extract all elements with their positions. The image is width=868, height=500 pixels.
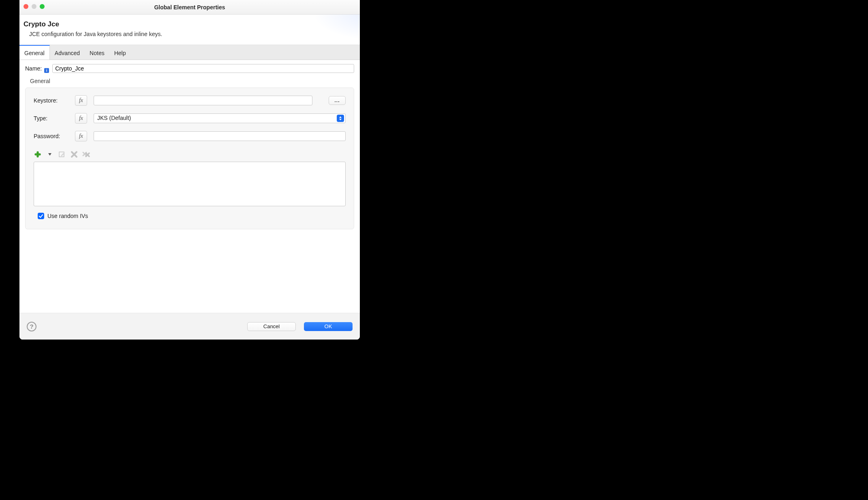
delete-all-button[interactable] (82, 150, 90, 158)
random-ivs-row: Use random IVs (38, 213, 346, 219)
svg-rect-1 (35, 154, 41, 155)
minimize-window-button[interactable] (32, 4, 36, 9)
type-select[interactable]: JKS (Default) (94, 113, 346, 123)
fx-button-password[interactable]: fx (75, 131, 87, 141)
delete-icon (71, 151, 78, 158)
type-label: Type: (34, 115, 70, 122)
add-dropdown-button[interactable] (46, 150, 54, 158)
tab-advanced[interactable]: Advanced (50, 45, 85, 60)
password-input[interactable] (94, 131, 346, 141)
keystore-input[interactable] (94, 96, 312, 105)
tab-notes[interactable]: Notes (85, 45, 109, 60)
config-title: Crypto Jce (24, 20, 353, 28)
tab-content: Name: i General Keystore: fx ... Type: f… (19, 60, 360, 313)
random-ivs-label: Use random IVs (47, 213, 88, 219)
window-title: Global Element Properties (154, 4, 225, 11)
tab-help[interactable]: Help (109, 45, 131, 60)
name-label: Name: (25, 65, 42, 72)
dialog-window: Global Element Properties Crypto Jce JCE… (19, 0, 360, 340)
name-row: Name: i (19, 60, 360, 75)
keystore-label: Keystore: (34, 97, 70, 104)
fx-button-keystore[interactable]: fx (75, 95, 87, 106)
password-row: Password: fx (34, 131, 346, 141)
delete-all-icon (82, 151, 90, 158)
dialog-header: Crypto Jce JCE configuration for Java ke… (19, 15, 360, 45)
titlebar: Global Element Properties (19, 0, 360, 15)
help-icon: ? (30, 323, 33, 330)
tabbar: General Advanced Notes Help (19, 45, 360, 60)
items-list[interactable] (34, 162, 346, 206)
close-window-button[interactable] (24, 4, 28, 9)
delete-item-button[interactable] (70, 150, 78, 158)
help-button[interactable]: ? (27, 322, 36, 331)
edit-item-button[interactable] (58, 150, 66, 158)
general-group: Keystore: fx ... Type: fx JKS (Default) … (25, 88, 354, 229)
fx-button-type[interactable]: fx (75, 113, 87, 124)
type-select-wrap: JKS (Default) (94, 113, 346, 123)
browse-keystore-button[interactable]: ... (329, 96, 346, 105)
edit-icon (58, 151, 66, 158)
type-row: Type: fx JKS (Default) (34, 113, 346, 124)
dialog-footer: ? Cancel OK (19, 313, 360, 340)
info-icon: i (44, 68, 49, 73)
password-label: Password: (34, 133, 70, 139)
svg-marker-2 (48, 153, 51, 156)
keystore-row: Keystore: fx ... (34, 95, 346, 106)
cancel-button[interactable]: Cancel (247, 322, 296, 331)
config-subtitle: JCE configuration for Java keystores and… (29, 31, 353, 37)
plus-icon (34, 151, 41, 158)
footer-buttons: Cancel OK (247, 322, 353, 331)
ok-button[interactable]: OK (304, 322, 353, 331)
name-input[interactable] (52, 64, 354, 73)
tab-general[interactable]: General (19, 45, 50, 60)
section-general-label: General (19, 75, 360, 86)
zoom-window-button[interactable] (40, 4, 45, 9)
random-ivs-checkbox[interactable] (38, 213, 44, 219)
traffic-lights (24, 4, 45, 9)
chevron-down-icon (48, 153, 51, 156)
add-item-button[interactable] (34, 150, 42, 158)
list-toolbar (34, 150, 346, 158)
